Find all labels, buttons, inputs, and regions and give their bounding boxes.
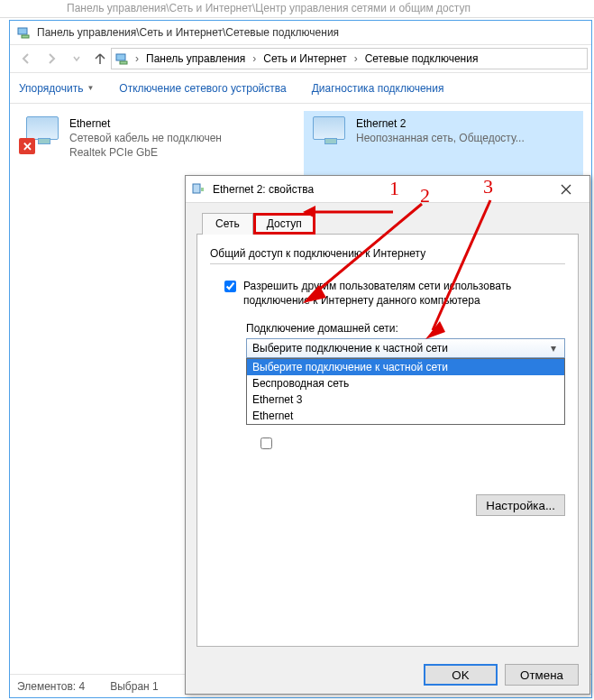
- tab-network-label: Сеть: [215, 217, 240, 230]
- svg-rect-5: [201, 188, 204, 191]
- svg-rect-3: [120, 61, 127, 64]
- window-title-bar: Панель управления\Сеть и Интернет\Сетевы…: [10, 21, 591, 44]
- selected-count: Выбран 1: [110, 680, 158, 693]
- organize-label: Упорядочить: [19, 82, 83, 95]
- svg-line-10: [433, 200, 490, 330]
- connection-status: Сетевой кабель не подключен: [69, 131, 222, 145]
- elements-count: Элементов: 4: [17, 680, 85, 693]
- address-bar[interactable]: › Панель управления › Сеть и Интернет › …: [111, 48, 588, 69]
- back-button[interactable]: [14, 46, 39, 71]
- annotation-3: 3: [483, 175, 493, 198]
- adapter-small-icon: [191, 182, 206, 197]
- ok-label: OK: [452, 668, 469, 682]
- adapter-icon: [307, 116, 351, 152]
- connection-name: Ethernet 2: [356, 116, 525, 131]
- annotation-arrow-2: [297, 200, 433, 309]
- svg-rect-2: [116, 54, 125, 60]
- forward-button[interactable]: [39, 46, 64, 71]
- connection-device: Realtek PCIe GbE: [69, 145, 222, 160]
- breadcrumb-item[interactable]: Сетевые подключения: [361, 49, 482, 69]
- svg-rect-0: [18, 28, 27, 34]
- ok-button[interactable]: OK: [424, 664, 498, 686]
- command-bar: Упорядочить ▼ Отключение сетевого устрой…: [10, 73, 591, 104]
- close-icon: [561, 184, 571, 195]
- dialog-title-bar[interactable]: Ethernet 2: свойства: [186, 176, 589, 203]
- dialog-footer: OK Отмена: [186, 656, 589, 694]
- dialog-title-text: Ethernet 2: свойства: [213, 183, 314, 196]
- tab-sharing-label: Доступ: [267, 217, 302, 230]
- combo-option[interactable]: Ethernet 3: [247, 391, 564, 408]
- chevron-right-icon[interactable]: ›: [133, 52, 141, 65]
- settings-button[interactable]: Настройка...: [476, 494, 565, 516]
- organize-menu[interactable]: Упорядочить ▼: [17, 78, 96, 98]
- nav-toolbar: › Панель управления › Сеть и Интернет › …: [10, 44, 591, 73]
- close-button[interactable]: [548, 177, 584, 202]
- background-window-title: Панель управления\Сеть и Интернет\Центр …: [0, 0, 594, 18]
- allow-control-checkbox[interactable]: [260, 438, 272, 449]
- combo-option[interactable]: Ethernet: [247, 408, 564, 424]
- annotation-arrow-3: [420, 197, 501, 341]
- home-connection-label: Подключение домашней сети:: [210, 322, 565, 335]
- up-button[interactable]: [89, 46, 111, 71]
- annotation-1: 1: [389, 177, 399, 200]
- chevron-down-icon: ▾: [546, 341, 561, 355]
- adapter-icon: ✕: [21, 116, 64, 152]
- allow-control-row: [210, 437, 272, 449]
- svg-rect-1: [22, 35, 29, 38]
- home-connection-combo[interactable]: Выберите подключение к частной сети ▾: [246, 338, 565, 358]
- breadcrumb-item[interactable]: Панель управления: [142, 49, 249, 69]
- tab-network[interactable]: Сеть: [202, 213, 253, 235]
- home-connection-combo-wrap: Выберите подключение к частной сети ▾ Вы…: [246, 338, 565, 425]
- cancel-label: Отмена: [520, 668, 563, 682]
- annotation-2: 2: [420, 184, 430, 207]
- allow-sharing-checkbox[interactable]: [224, 281, 236, 292]
- chevron-right-icon[interactable]: ›: [251, 52, 258, 65]
- error-badge-icon: ✕: [19, 138, 35, 154]
- disable-device-button[interactable]: Отключение сетевого устройства: [117, 78, 288, 98]
- combo-dropdown: Выберите подключение к частной сети Бесп…: [246, 358, 565, 425]
- nic-icon: [115, 51, 130, 66]
- svg-line-8: [314, 204, 422, 294]
- combo-option[interactable]: Выберите подключение к частной сети: [247, 359, 564, 375]
- svg-rect-4: [193, 184, 200, 193]
- connection-name: Ethernet: [69, 116, 222, 131]
- nic-icon: [17, 25, 32, 40]
- cancel-button[interactable]: Отмена: [505, 664, 579, 686]
- breadcrumb-item[interactable]: Сеть и Интернет: [260, 49, 350, 69]
- diagnose-button[interactable]: Диагностика подключения: [310, 78, 446, 98]
- combo-selected-text: Выберите подключение к частной сети: [252, 342, 448, 355]
- connection-status: Неопознанная сеть, Общедосту...: [356, 131, 525, 145]
- diagnose-label: Диагностика подключения: [312, 82, 444, 95]
- combo-option[interactable]: Беспроводная сеть: [247, 375, 564, 391]
- chevron-right-icon[interactable]: ›: [352, 52, 360, 65]
- bg-title-text: Панель управления\Сеть и Интернет\Центр …: [67, 2, 471, 14]
- settings-btn-label: Настройка...: [486, 499, 555, 512]
- window-title-text: Панель управления\Сеть и Интернет\Сетевы…: [37, 26, 339, 39]
- recent-dropdown[interactable]: [64, 46, 89, 71]
- caret-down-icon: ▼: [87, 84, 94, 92]
- disable-label: Отключение сетевого устройства: [119, 82, 286, 95]
